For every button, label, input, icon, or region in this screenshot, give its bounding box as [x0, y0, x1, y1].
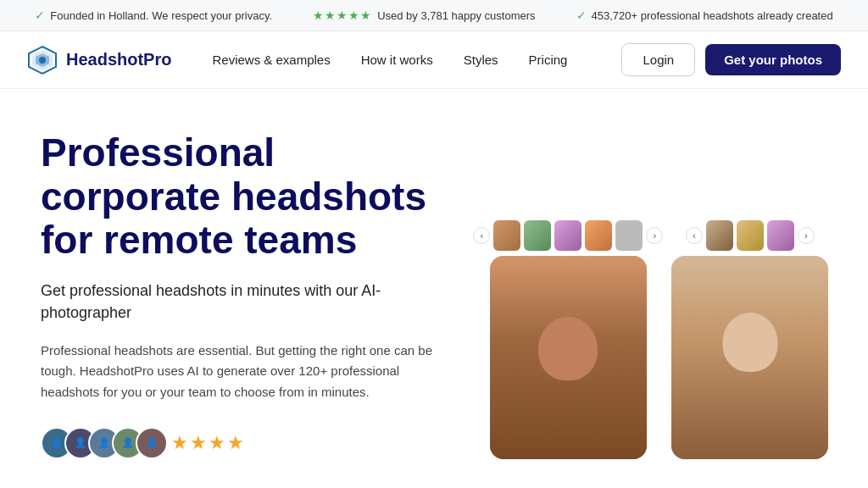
- thumb-1b: [524, 220, 551, 251]
- banner-text-2: Used by 3,781 happy customers: [377, 9, 535, 22]
- thumb-1e: [615, 220, 643, 251]
- banner-item-2: ★★★★★ Used by 3,781 happy customers: [313, 8, 535, 22]
- avatar-5: 👤: [136, 427, 168, 459]
- nav-actions: Login Get your photos: [621, 43, 841, 76]
- nav-how-it-works[interactable]: How it works: [361, 53, 433, 67]
- nav-styles[interactable]: Styles: [464, 53, 498, 67]
- headshot-man: [490, 256, 647, 459]
- hero-left: Professional corporate headshots for rem…: [41, 123, 473, 459]
- thumb-1d: [585, 220, 612, 251]
- face-woman: [671, 256, 828, 459]
- check-icon-1: ✓: [35, 8, 45, 22]
- banner-item-1: ✓ Founded in Holland. We respect your pr…: [35, 8, 272, 22]
- prev-button-1[interactable]: ‹: [473, 227, 490, 244]
- thumb-2c: [767, 220, 794, 251]
- nav-links: Reviews & examples How it works Styles P…: [212, 53, 621, 67]
- thumbnails-strip-2: ‹ ›: [686, 220, 815, 251]
- prev-button-2[interactable]: ‹: [686, 227, 703, 244]
- hero-section: Professional corporate headshots for rem…: [0, 89, 868, 459]
- card-group-1: ‹ ›: [473, 220, 663, 459]
- customer-avatars: 👤 👤 👤 👤 👤: [41, 427, 159, 459]
- next-button-2[interactable]: ›: [798, 227, 815, 244]
- next-button-1[interactable]: ›: [646, 227, 663, 244]
- thumbnails-strip-1: ‹ ›: [473, 220, 663, 251]
- hero-social-proof: 👤 👤 👤 👤 👤 ★★★★: [41, 427, 439, 459]
- thumb-1c: [554, 220, 581, 251]
- hero-description: Professional headshots are essential. Bu…: [41, 341, 439, 403]
- card-group-2: ‹ ›: [671, 220, 828, 459]
- rating-stars: ★★★★: [171, 432, 246, 454]
- headshot-woman: [671, 256, 828, 459]
- thumb-2a: [706, 220, 733, 251]
- stars-banner: ★★★★★: [313, 8, 372, 22]
- get-photos-button[interactable]: Get your photos: [705, 44, 841, 75]
- check-icon-2: ✓: [576, 8, 587, 22]
- svg-point-3: [39, 57, 46, 64]
- banner-text-1: Founded in Holland. We respect your priv…: [50, 9, 272, 22]
- face-man: [490, 256, 647, 459]
- navbar: HeadshotPro Reviews & examples How it wo…: [0, 31, 868, 89]
- banner-item-3: ✓ 453,720+ professional headshots alread…: [576, 8, 833, 22]
- hero-right: ‹ › ‹ ›: [473, 123, 828, 459]
- hero-subtitle: Get professional headshots in minutes wi…: [41, 280, 439, 324]
- thumb-1a: [493, 220, 520, 251]
- nav-pricing[interactable]: Pricing: [529, 53, 568, 67]
- banner-text-3: 453,720+ professional headshots already …: [592, 9, 833, 22]
- logo-icon: [27, 45, 58, 75]
- login-button[interactable]: Login: [621, 43, 695, 76]
- nav-reviews-examples[interactable]: Reviews & examples: [212, 53, 330, 67]
- top-banner: ✓ Founded in Holland. We respect your pr…: [0, 0, 868, 31]
- logo[interactable]: HeadshotPro: [27, 45, 171, 75]
- logo-text: HeadshotPro: [66, 50, 171, 69]
- thumb-2b: [737, 220, 764, 251]
- hero-title: Professional corporate headshots for rem…: [41, 131, 439, 263]
